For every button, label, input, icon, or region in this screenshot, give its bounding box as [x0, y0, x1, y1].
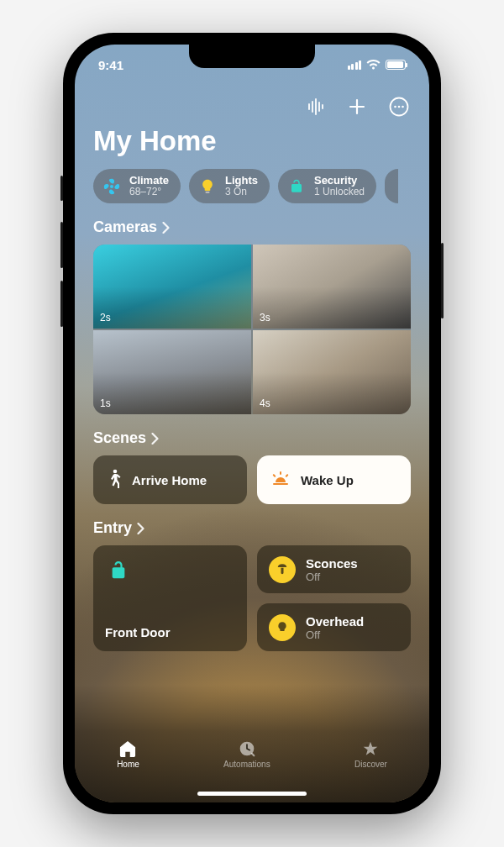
chip-lights[interactable]: Lights3 On: [189, 169, 270, 203]
bulb-icon: [197, 176, 218, 197]
camera-tile[interactable]: 2s: [93, 245, 251, 329]
waveform-icon: [306, 97, 324, 116]
camera-timestamp: 2s: [100, 312, 111, 324]
category-chips: Climate68–72° Lights3 On Security1 Unloc…: [75, 169, 429, 218]
battery-icon: [386, 60, 406, 70]
svg-rect-15: [285, 474, 288, 477]
tab-label: Automations: [223, 760, 270, 769]
walk-icon: [107, 469, 122, 492]
add-button[interactable]: [345, 95, 369, 118]
camera-tile[interactable]: 1s: [93, 330, 251, 414]
chip-climate[interactable]: Climate68–72°: [93, 169, 181, 203]
tab-automations[interactable]: Automations: [223, 740, 270, 769]
svg-rect-13: [280, 471, 281, 475]
tab-label: Home: [117, 760, 139, 769]
chip-label: Security: [314, 175, 365, 187]
tab-home[interactable]: Home: [117, 740, 139, 769]
lock-icon: [105, 557, 132, 584]
clock-icon: [239, 740, 255, 757]
chip-more[interactable]: [385, 169, 398, 203]
svg-rect-10: [205, 192, 209, 193]
camera-tile[interactable]: 3s: [253, 245, 411, 329]
tile-sconces[interactable]: Sconces Off: [257, 545, 411, 593]
screen: 9:41 My Home: [75, 45, 429, 802]
cameras-grid: 2s 3s 1s 4s: [93, 245, 411, 414]
scene-label: Arrive Home: [132, 473, 207, 487]
camera-timestamp: 1s: [100, 397, 111, 409]
lamp-icon: [269, 556, 296, 583]
section-title: Cameras: [93, 218, 157, 236]
ellipsis-circle-icon: [389, 97, 409, 117]
chip-label: Climate: [129, 175, 169, 187]
wifi-icon: [366, 60, 381, 70]
status-time: 9:41: [98, 58, 123, 72]
camera-timestamp: 3s: [260, 312, 270, 324]
tab-discover[interactable]: Discover: [354, 740, 387, 769]
chip-sub: 1 Unlocked: [314, 187, 365, 197]
chevron-right-icon: [151, 433, 159, 445]
tile-name: Overhead: [306, 614, 364, 629]
phone-frame: 9:41 My Home: [63, 33, 441, 814]
bulb-icon: [269, 614, 296, 641]
tile-name: Front Door: [105, 625, 235, 639]
scenes-header[interactable]: Scenes: [75, 429, 429, 455]
svg-rect-14: [272, 474, 276, 477]
svg-point-11: [113, 470, 118, 474]
house-icon: [118, 740, 137, 757]
tile-state: Off: [306, 629, 364, 641]
lock-icon: [286, 176, 307, 197]
svg-point-9: [110, 185, 113, 188]
star-icon: [362, 740, 379, 757]
chevron-right-icon: [162, 222, 170, 234]
tile-state: Off: [306, 571, 358, 583]
cameras-header[interactable]: Cameras: [75, 218, 429, 245]
plus-icon: [349, 98, 365, 115]
sunrise-icon: [270, 471, 291, 490]
svg-point-8: [402, 106, 404, 108]
intercom-button[interactable]: [303, 95, 327, 118]
cellular-icon: [348, 60, 362, 70]
tile-name: Sconces: [306, 556, 358, 571]
fan-icon: [101, 176, 123, 197]
svg-rect-12: [273, 483, 288, 485]
svg-point-7: [398, 106, 401, 108]
scene-label: Wake Up: [301, 473, 354, 487]
status-indicators: [348, 60, 407, 70]
section-title: Entry: [93, 519, 132, 537]
camera-tile[interactable]: 4s: [253, 330, 411, 414]
scene-arrive-home[interactable]: Arrive Home: [93, 455, 247, 504]
entry-header[interactable]: Entry: [75, 519, 429, 545]
tile-overhead[interactable]: Overhead Off: [257, 603, 411, 651]
scene-wake-up[interactable]: Wake Up: [257, 455, 411, 504]
page-title: My Home: [75, 118, 429, 169]
home-indicator: [197, 792, 307, 796]
notch: [189, 45, 315, 68]
tab-label: Discover: [354, 760, 387, 769]
chip-sub: 3 On: [225, 187, 258, 197]
chevron-right-icon: [137, 523, 144, 534]
chip-sub: 68–72°: [129, 187, 169, 197]
tile-front-door[interactable]: Front Door: [93, 545, 247, 651]
svg-point-6: [394, 106, 396, 108]
more-button[interactable]: [387, 95, 411, 118]
chip-label: Lights: [225, 175, 258, 187]
chip-security[interactable]: Security1 Unlocked: [278, 169, 376, 203]
camera-timestamp: 4s: [260, 397, 270, 409]
section-title: Scenes: [93, 429, 146, 447]
